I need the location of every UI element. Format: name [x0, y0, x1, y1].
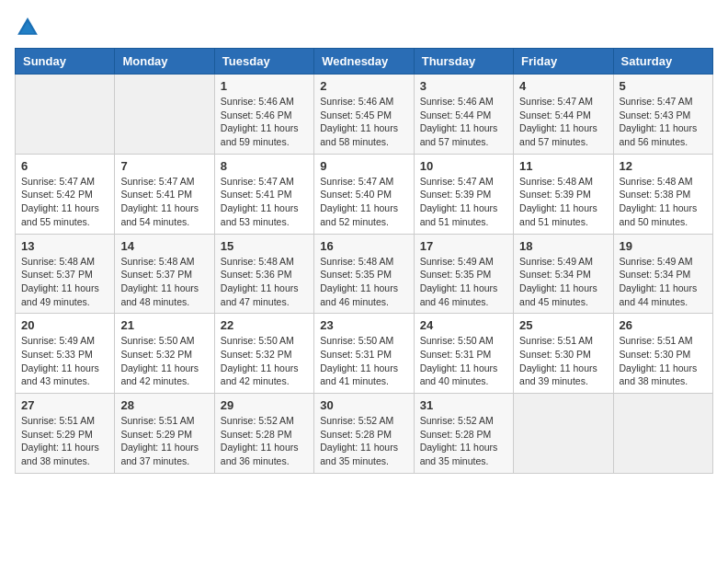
- day-number: 14: [120, 239, 208, 253]
- day-info: Sunrise: 5:49 AMSunset: 5:34 PMDaylight:…: [519, 255, 607, 309]
- header-wednesday: Wednesday: [314, 49, 414, 75]
- day-info: Sunrise: 5:50 AMSunset: 5:32 PMDaylight:…: [120, 334, 208, 388]
- day-number: 12: [620, 159, 707, 173]
- day-info: Sunrise: 5:49 AMSunset: 5:33 PMDaylight:…: [21, 334, 108, 388]
- calendar-cell: [16, 75, 115, 155]
- calendar-cell: 16Sunrise: 5:48 AMSunset: 5:35 PMDayligh…: [314, 234, 414, 314]
- day-number: 1: [221, 79, 308, 93]
- day-number: 18: [519, 239, 607, 253]
- calendar-cell: 19Sunrise: 5:49 AMSunset: 5:34 PMDayligh…: [613, 234, 712, 314]
- calendar-cell: 18Sunrise: 5:49 AMSunset: 5:34 PMDayligh…: [514, 234, 613, 314]
- calendar-cell: 9Sunrise: 5:47 AMSunset: 5:40 PMDaylight…: [314, 154, 414, 234]
- day-info: Sunrise: 5:47 AMSunset: 5:41 PMDaylight:…: [221, 175, 308, 229]
- day-number: 16: [320, 239, 407, 253]
- calendar-cell: 26Sunrise: 5:51 AMSunset: 5:30 PMDayligh…: [613, 314, 712, 394]
- calendar-cell: 8Sunrise: 5:47 AMSunset: 5:41 PMDaylight…: [214, 154, 313, 234]
- day-number: 27: [21, 398, 108, 412]
- calendar-cell: 29Sunrise: 5:52 AMSunset: 5:28 PMDayligh…: [214, 394, 313, 474]
- day-number: 11: [519, 159, 607, 173]
- calendar-cell: 21Sunrise: 5:50 AMSunset: 5:32 PMDayligh…: [115, 314, 214, 394]
- day-info: Sunrise: 5:52 AMSunset: 5:28 PMDaylight:…: [320, 414, 407, 468]
- calendar-cell: 31Sunrise: 5:52 AMSunset: 5:28 PMDayligh…: [414, 394, 513, 474]
- day-number: 3: [420, 79, 507, 93]
- calendar-week-2: 6Sunrise: 5:47 AMSunset: 5:42 PMDaylight…: [16, 154, 713, 234]
- day-info: Sunrise: 5:48 AMSunset: 5:36 PMDaylight:…: [221, 255, 308, 309]
- calendar-cell: 17Sunrise: 5:49 AMSunset: 5:35 PMDayligh…: [414, 234, 513, 314]
- calendar-cell: 2Sunrise: 5:46 AMSunset: 5:45 PMDaylight…: [314, 75, 414, 155]
- calendar-cell: 27Sunrise: 5:51 AMSunset: 5:29 PMDayligh…: [16, 394, 115, 474]
- logo-icon: [15, 15, 40, 40]
- calendar-week-1: 1Sunrise: 5:46 AMSunset: 5:46 PMDaylight…: [16, 75, 713, 155]
- day-info: Sunrise: 5:48 AMSunset: 5:37 PMDaylight:…: [120, 255, 208, 309]
- day-number: 31: [420, 398, 507, 412]
- day-info: Sunrise: 5:48 AMSunset: 5:39 PMDaylight:…: [519, 175, 607, 229]
- day-number: 25: [519, 318, 607, 332]
- day-info: Sunrise: 5:47 AMSunset: 5:39 PMDaylight:…: [420, 175, 507, 229]
- calendar-cell: 7Sunrise: 5:47 AMSunset: 5:41 PMDaylight…: [115, 154, 214, 234]
- day-number: 28: [120, 398, 208, 412]
- day-number: 17: [420, 239, 507, 253]
- day-number: 15: [221, 239, 308, 253]
- calendar-cell: 30Sunrise: 5:52 AMSunset: 5:28 PMDayligh…: [314, 394, 414, 474]
- header-friday: Friday: [514, 49, 613, 75]
- day-number: 24: [420, 318, 507, 332]
- day-number: 4: [519, 79, 607, 93]
- day-info: Sunrise: 5:49 AMSunset: 5:34 PMDaylight:…: [620, 255, 707, 309]
- day-info: Sunrise: 5:49 AMSunset: 5:35 PMDaylight:…: [420, 255, 507, 309]
- calendar-header-row: SundayMondayTuesdayWednesdayThursdayFrid…: [16, 49, 713, 75]
- day-info: Sunrise: 5:47 AMSunset: 5:41 PMDaylight:…: [120, 175, 208, 229]
- calendar-cell: 11Sunrise: 5:48 AMSunset: 5:39 PMDayligh…: [514, 154, 613, 234]
- calendar-table: SundayMondayTuesdayWednesdayThursdayFrid…: [15, 48, 713, 474]
- calendar-cell: 14Sunrise: 5:48 AMSunset: 5:37 PMDayligh…: [115, 234, 214, 314]
- day-info: Sunrise: 5:46 AMSunset: 5:46 PMDaylight:…: [221, 95, 308, 149]
- calendar-cell: 24Sunrise: 5:50 AMSunset: 5:31 PMDayligh…: [414, 314, 513, 394]
- header-thursday: Thursday: [414, 49, 513, 75]
- calendar-cell: 23Sunrise: 5:50 AMSunset: 5:31 PMDayligh…: [314, 314, 414, 394]
- day-number: 10: [420, 159, 507, 173]
- calendar-cell: [115, 75, 214, 155]
- header-monday: Monday: [115, 49, 214, 75]
- calendar-week-5: 27Sunrise: 5:51 AMSunset: 5:29 PMDayligh…: [16, 394, 713, 474]
- day-info: Sunrise: 5:47 AMSunset: 5:44 PMDaylight:…: [519, 95, 607, 149]
- calendar-week-4: 20Sunrise: 5:49 AMSunset: 5:33 PMDayligh…: [16, 314, 713, 394]
- day-info: Sunrise: 5:47 AMSunset: 5:43 PMDaylight:…: [620, 95, 707, 149]
- day-info: Sunrise: 5:50 AMSunset: 5:31 PMDaylight:…: [320, 334, 407, 388]
- day-info: Sunrise: 5:48 AMSunset: 5:35 PMDaylight:…: [320, 255, 407, 309]
- day-info: Sunrise: 5:46 AMSunset: 5:45 PMDaylight:…: [320, 95, 407, 149]
- calendar-cell: 4Sunrise: 5:47 AMSunset: 5:44 PMDaylight…: [514, 75, 613, 155]
- calendar-cell: [514, 394, 613, 474]
- day-info: Sunrise: 5:51 AMSunset: 5:29 PMDaylight:…: [21, 414, 108, 468]
- calendar-cell: [613, 394, 712, 474]
- header-saturday: Saturday: [613, 49, 712, 75]
- day-number: 26: [620, 318, 707, 332]
- day-info: Sunrise: 5:51 AMSunset: 5:29 PMDaylight:…: [120, 414, 208, 468]
- calendar-cell: 6Sunrise: 5:47 AMSunset: 5:42 PMDaylight…: [16, 154, 115, 234]
- day-number: 6: [21, 159, 108, 173]
- calendar-cell: 28Sunrise: 5:51 AMSunset: 5:29 PMDayligh…: [115, 394, 214, 474]
- day-info: Sunrise: 5:48 AMSunset: 5:37 PMDaylight:…: [21, 255, 108, 309]
- calendar-cell: 10Sunrise: 5:47 AMSunset: 5:39 PMDayligh…: [414, 154, 513, 234]
- day-number: 19: [620, 239, 707, 253]
- day-info: Sunrise: 5:50 AMSunset: 5:31 PMDaylight:…: [420, 334, 507, 388]
- day-info: Sunrise: 5:52 AMSunset: 5:28 PMDaylight:…: [221, 414, 308, 468]
- calendar-cell: 3Sunrise: 5:46 AMSunset: 5:44 PMDaylight…: [414, 75, 513, 155]
- day-number: 23: [320, 318, 407, 332]
- day-info: Sunrise: 5:47 AMSunset: 5:40 PMDaylight:…: [320, 175, 407, 229]
- day-info: Sunrise: 5:47 AMSunset: 5:42 PMDaylight:…: [21, 175, 108, 229]
- calendar-cell: 20Sunrise: 5:49 AMSunset: 5:33 PMDayligh…: [16, 314, 115, 394]
- calendar-cell: 13Sunrise: 5:48 AMSunset: 5:37 PMDayligh…: [16, 234, 115, 314]
- calendar-cell: 15Sunrise: 5:48 AMSunset: 5:36 PMDayligh…: [214, 234, 313, 314]
- day-number: 13: [21, 239, 108, 253]
- calendar-cell: 12Sunrise: 5:48 AMSunset: 5:38 PMDayligh…: [613, 154, 712, 234]
- calendar-cell: 5Sunrise: 5:47 AMSunset: 5:43 PMDaylight…: [613, 75, 712, 155]
- day-info: Sunrise: 5:52 AMSunset: 5:28 PMDaylight:…: [420, 414, 507, 468]
- day-number: 2: [320, 79, 407, 93]
- day-number: 29: [221, 398, 308, 412]
- day-number: 21: [120, 318, 208, 332]
- day-number: 8: [221, 159, 308, 173]
- day-number: 22: [221, 318, 308, 332]
- calendar-cell: 25Sunrise: 5:51 AMSunset: 5:30 PMDayligh…: [514, 314, 613, 394]
- page-header: [15, 15, 713, 40]
- day-info: Sunrise: 5:51 AMSunset: 5:30 PMDaylight:…: [620, 334, 707, 388]
- day-number: 20: [21, 318, 108, 332]
